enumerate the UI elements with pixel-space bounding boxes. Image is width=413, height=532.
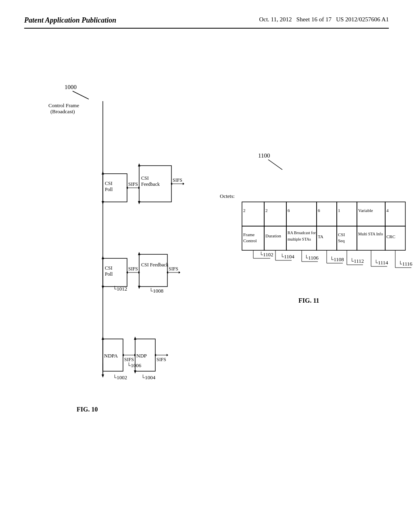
svg-rect-64 [385,202,405,226]
octets-label: Octets: [220,193,235,199]
svg-marker-22 [138,252,140,255]
sifs-poll-fb: SIFS [128,266,138,272]
fig10-label: FIG. 10 [77,406,98,413]
svg-line-39 [268,160,282,170]
svg-marker-26 [179,271,180,274]
svg-marker-35 [138,201,140,204]
csi-seq-label-2: Seq [338,238,345,243]
svg-rect-21 [139,254,167,287]
svg-marker-14 [167,354,168,356]
ref-1004: └1004 [141,374,156,380]
fig10-svg: 1000 Control Frame (Broadcast) NDPA └100… [24,41,218,436]
crc-oct: 4 [386,208,389,213]
header-date: Oct. 11, 2012 Sheet 16 of 17 US 2012/025… [259,16,389,23]
ref-1002: └1002 [113,374,127,380]
csi-poll-label-2: Poll [105,187,113,192]
ta-label: TA [318,234,323,239]
sifs-after-ndp: SIFS [156,357,166,362]
svg-rect-44 [264,202,286,226]
dur-label: Duration [265,233,282,238]
ra-oct: 6 [288,208,290,213]
msi-label-1: Multi STA Info [358,232,383,236]
msi-oct: Variable [358,208,373,213]
ref-1000: 1000 [65,84,77,90]
svg-rect-45 [264,226,286,250]
fc-label-2: Control [243,238,257,243]
fig11-area: 1100 Octets: 2 Frame Control └1102 2 [218,41,413,437]
csi-feedback-label-2: Feedback [141,181,160,187]
ra-label-2: multiple STAs [288,237,311,241]
broadcast-label: (Broadcast) [50,108,75,114]
ref-1108: └1108 [330,256,344,262]
ref-1116: └1116 [398,261,413,267]
csi-feedback-label-1: CSI Feedback [141,262,169,268]
svg-marker-17 [102,286,104,289]
svg-marker-34 [138,163,140,166]
ref-1104: └1104 [280,254,294,260]
svg-marker-29 [102,201,104,204]
csi-feedback-2: CSI [141,175,149,181]
header-info: Oct. 11, 2012 Sheet 16 of 17 US 2012/025… [259,16,389,24]
ta-oct: 6 [318,208,320,213]
sifs-rounds: SIFS [169,266,178,272]
svg-line-0 [73,91,89,99]
page: Patent Application Publication Oct. 11, … [0,0,413,532]
ndpa-label: NDPA [104,353,118,359]
svg-marker-4 [102,374,104,378]
ref-1106: └1106 [305,255,319,261]
ref-1006: └1006 [127,362,142,368]
fig11-label: FIG. 11 [298,297,319,304]
svg-marker-28 [102,171,104,175]
svg-marker-16 [102,256,104,259]
csi-poll-1: CSI [105,265,113,271]
publication-title: Patent Application Publication [24,16,116,25]
ref-1100: 1100 [258,152,270,159]
figures-area: 1000 Control Frame (Broadcast) NDPA └100… [24,41,389,437]
csi-seq-label-1: CSI [338,232,345,237]
csi-seq-oct: 1 [338,208,340,213]
ndp-label: NDP [136,353,147,359]
svg-marker-10 [134,337,136,340]
svg-marker-5 [102,337,104,340]
svg-marker-38 [183,183,184,185]
csi-poll-label-1: Poll [105,271,113,277]
svg-rect-56 [337,202,357,226]
dur-oct: 2 [265,208,268,213]
ra-label-1: RA Broadcast for [288,231,316,235]
svg-rect-60 [357,202,385,226]
svg-rect-61 [357,226,385,250]
fig10-area: 1000 Control Frame (Broadcast) NDPA └100… [24,41,218,437]
ref-1112: └1112 [350,258,364,264]
fig11-svg: 1100 Octets: 2 Frame Control └1102 2 [218,41,413,436]
sifs-after-fb2: SIFS [173,177,182,183]
ref-1102: └1102 [259,251,273,258]
page-header: Patent Application Publication Oct. 11, … [24,16,389,29]
svg-rect-48 [286,202,317,226]
svg-marker-11 [134,370,136,374]
svg-marker-23 [138,286,140,289]
sifs-1006: SIFS [124,357,134,362]
sifs-poll2: SIFS [128,181,138,187]
ref-1008: └1008 [149,288,163,294]
control-frame-label: Control Frame [48,102,79,108]
crc-label: CRC [386,234,395,239]
svg-rect-40 [242,202,264,226]
fc-oct: 2 [243,208,246,213]
svg-rect-52 [317,202,337,226]
csi-poll-2: CSI [105,181,113,186]
ref-1114: └1114 [374,260,388,266]
fc-label-1: Frame [243,232,254,237]
